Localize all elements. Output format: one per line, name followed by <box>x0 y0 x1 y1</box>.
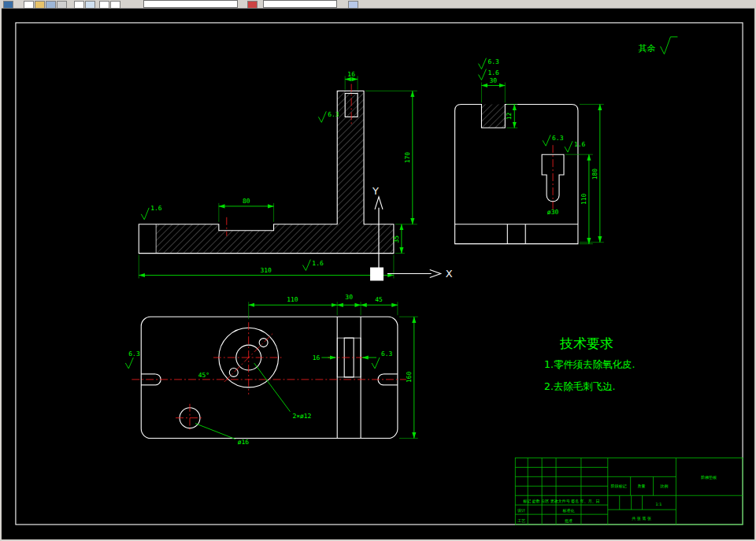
save-icon[interactable] <box>46 1 56 9</box>
title-block-stage-label: 阶段标记 <box>611 484 627 489</box>
linetype-dropdown[interactable] <box>263 0 337 8</box>
dim-plan-hole-label[interactable]: ø16 <box>238 439 250 446</box>
front-view[interactable]: 16 80 310 170 35 1.6 1.6 6.3 <box>139 71 417 279</box>
finish-front-column[interactable]: 6.3 <box>328 111 339 118</box>
title-block-approve-label: 批准 <box>565 518 573 524</box>
properties-icon[interactable] <box>85 1 95 9</box>
title-block-sheet-info: 共 张 第 张 <box>632 516 651 521</box>
title-block-header-row: 标记 处数 分区 更改文件号 签名 年、月、日 <box>522 498 599 504</box>
finish-side-a[interactable]: 6.3 <box>487 58 499 65</box>
print-icon[interactable] <box>57 1 67 9</box>
cut-icon[interactable] <box>99 1 109 9</box>
finish-front-bottom[interactable]: 1.6 <box>312 260 324 267</box>
copy-icon[interactable] <box>110 1 120 9</box>
dim-front-width[interactable]: 310 <box>260 267 272 274</box>
side-view[interactable]: 30 6.3 1.6 12 110 180 ø30 6.3 1.6 <box>455 58 604 244</box>
finish-side-b[interactable]: 1.6 <box>487 69 499 76</box>
dim-plan-right-height[interactable]: 160 <box>406 372 413 384</box>
title-block[interactable]: 标记 处数 分区 更改文件号 签名 年、月、日 设计 标准化 工艺 批准 阶段标… <box>515 458 743 524</box>
ucs-origin-box <box>370 268 384 281</box>
dim-side-inner-height[interactable]: 110 <box>580 194 587 206</box>
dim-front-thickness[interactable]: 35 <box>393 235 400 243</box>
dim-side-overall-height[interactable]: 180 <box>591 169 598 180</box>
dim-side-slot-depth[interactable]: 12 <box>506 112 513 120</box>
title-block-weight-label: 质量 <box>638 484 646 488</box>
dim-front-groove[interactable]: 80 <box>243 198 250 205</box>
dim-side-bore-dia[interactable]: ø30 <box>547 209 559 216</box>
dim-front-hole-width[interactable]: 16 <box>347 71 355 78</box>
dim-plan-strip[interactable]: 16 <box>313 354 321 361</box>
side-outline[interactable] <box>455 104 578 243</box>
dim-plan-top-right[interactable]: 45 <box>375 296 383 303</box>
new-document-icon[interactable] <box>24 1 34 9</box>
title-block-scale-value: 1:1 <box>656 502 662 506</box>
surface-note[interactable]: 其余 <box>639 37 678 54</box>
surface-note-label[interactable]: 其余 <box>639 43 656 54</box>
open-folder-icon[interactable] <box>35 1 45 9</box>
tech-req-item-2[interactable]: 2.去除毛刺飞边. <box>544 380 615 392</box>
title-block-standard-label: 标准化 <box>562 508 575 513</box>
dim-plan-top-mid[interactable]: 30 <box>345 294 353 301</box>
finish-side-bore[interactable]: 6.3 <box>552 135 564 142</box>
toolbar <box>2 0 754 9</box>
ucs-x-label: X <box>446 268 453 280</box>
dim-plan-angle[interactable]: 45° <box>198 372 209 379</box>
finish-plan-right[interactable]: 6.3 <box>381 350 393 358</box>
title-block-design-label: 设计 <box>517 508 525 513</box>
title-block-craft-label: 工艺 <box>517 518 525 523</box>
dim-plan-top-left[interactable]: 110 <box>287 296 298 303</box>
ucs-y-label: Y <box>372 185 379 197</box>
app-icon[interactable] <box>3 1 13 9</box>
layer-dropdown[interactable] <box>143 0 238 8</box>
tech-req-item-1[interactable]: 1.零件须去除氧化皮. <box>544 358 635 370</box>
title-block-part-name: 阶梯垫板 <box>701 475 717 480</box>
title-block-scale-label: 比例 <box>661 484 669 489</box>
finish-side-bore2[interactable]: 1.6 <box>574 141 586 148</box>
color-control-icon[interactable] <box>247 1 258 9</box>
tool-icon[interactable] <box>348 1 358 9</box>
tech-requirements[interactable]: 技术要求 1.零件须去除氧化皮. 2.去除毛刺飞边. <box>544 335 635 392</box>
dim-plan-bolt-label[interactable]: 2×ø12 <box>292 413 311 420</box>
tech-req-title[interactable]: 技术要求 <box>559 335 613 351</box>
preview-icon[interactable] <box>74 1 84 9</box>
plan-view[interactable]: 110 30 45 160 45° 2×ø12 ø16 16 6.3 6.3 <box>125 294 417 445</box>
cad-window: 16 80 310 170 35 1.6 1.6 6.3 <box>0 0 756 541</box>
dim-front-height[interactable]: 170 <box>404 152 411 164</box>
finish-front-left[interactable]: 1.6 <box>150 205 162 212</box>
drawing-canvas[interactable]: 16 80 310 170 35 1.6 1.6 6.3 <box>2 9 754 539</box>
finish-plan-left[interactable]: 6.3 <box>128 350 140 358</box>
dim-side-slot-width[interactable]: 30 <box>490 77 498 84</box>
